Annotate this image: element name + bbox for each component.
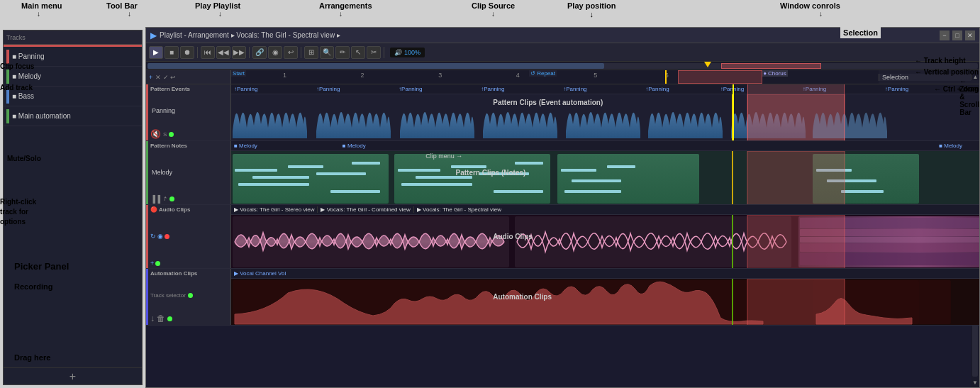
audio-wave-svg — [231, 215, 979, 268]
track-header-pattern-events[interactable]: Pattern Events Panning 🔇 S — [146, 84, 231, 140]
automation-status-dot — [188, 293, 193, 298]
marker-2: 2 — [361, 72, 364, 79]
track-content-pattern-notes[interactable]: ■ Melody ■ Melody ■ Melody — [231, 141, 979, 204]
annotation-play-position-top: Play position ↓ — [567, 1, 616, 18]
audio-waveform-area: Audio Clips — [231, 215, 979, 268]
svg-rect-15 — [479, 172, 529, 175]
track-row-automation: Automation Clips Track selector ↓ 🗑 ▶ Vo… — [146, 269, 979, 326]
toolbar-fast-fwd[interactable]: ▶▶ — [232, 46, 246, 59]
full-layout: Main menu ↓ Tool Bar ↓ Play Playlist ↓ A… — [0, 0, 980, 388]
maximize-button[interactable]: □ — [952, 31, 962, 40]
delete-icon[interactable]: 🗑 — [157, 314, 165, 323]
svg-rect-41 — [747, 279, 845, 325]
track-content-pattern-events[interactable]: ↑Panning ↑Panning ↑Panning ↑Panning ↑Pan… — [231, 84, 979, 140]
pattern-notes-type-label: Pattern Notes — [150, 143, 187, 149]
track-content-audio[interactable]: ▶ Vocals: The Girl - Stereo view ▶ Vocal… — [231, 205, 979, 268]
track-content-automation[interactable]: ▶ Vocal Channel Vol — [231, 269, 979, 325]
track-header-audio[interactable]: 🔴 Audio Clips ↻ ◉ + — [146, 205, 231, 268]
toolbar-pencil[interactable]: ✏ — [335, 46, 350, 59]
annotation-right-click: Right-clicktrack foroptions — [0, 197, 36, 227]
track-color-bar-notes — [146, 141, 148, 204]
svg-rect-7 — [316, 172, 366, 175]
annotation-clip-source: Clip Source — [472, 1, 515, 10]
daw-window: ▶ Playlist - Arrangement ▸ Vocals: The G… — [145, 27, 980, 388]
solo-button-events[interactable]: S — [163, 131, 167, 138]
volume-value: 100% — [404, 49, 421, 56]
pattern-events-name: Panning — [150, 107, 175, 114]
track-header-automation[interactable]: Automation Clips Track selector ↓ 🗑 — [146, 269, 231, 325]
marker-1: 1 — [283, 72, 286, 79]
svg-rect-16 — [494, 190, 543, 193]
pattern-notes-name: Melody — [150, 169, 172, 176]
toolbar-grid[interactable]: ⊞ — [304, 46, 318, 59]
notes-label-row: ■ Melody ■ Melody ■ Melody — [231, 141, 979, 151]
toolbar-fast-back[interactable]: ◀◀ — [216, 46, 230, 59]
track-list-header: Tracks — [4, 31, 142, 45]
chorus-marker: ♦ Chorus — [762, 70, 788, 77]
audio-ctrl-1[interactable]: ↻ — [150, 233, 156, 240]
annotation-arrangements: Arrangements — [319, 1, 372, 10]
zoom-scroll-track — [147, 63, 978, 69]
mute-button-notes[interactable]: ▐▐ — [150, 195, 160, 203]
tracks-area: ▲ ▼ Pattern Events Panning 🔇 S — [146, 84, 979, 387]
toolbar-stop[interactable]: ■ — [165, 46, 179, 59]
panning-label-1: ↑Panning — [231, 84, 260, 94]
marker-3: 3 — [438, 72, 442, 79]
volume-display: 🔊 100% — [390, 48, 425, 57]
toolbar-loop[interactable]: ↩ — [284, 46, 298, 59]
solo-button-notes[interactable]: ↗ — [161, 195, 169, 203]
toolbar-sep-1 — [197, 47, 198, 58]
toolbar-play[interactable]: ▶ — [149, 46, 163, 59]
pattern-events-type-label: Pattern Events — [150, 86, 190, 92]
toolbar-zoom[interactable]: 🔍 — [320, 46, 334, 59]
annotation-clip-focus: Clip focus — [0, 62, 34, 70]
add-track-button[interactable]: + — [4, 367, 142, 384]
svg-rect-12 — [416, 176, 472, 179]
track-selector-btn[interactable]: Track selector — [150, 292, 186, 299]
track-color-bar-automation — [146, 269, 148, 325]
svg-rect-13 — [451, 165, 486, 168]
mute-button-events[interactable]: 🔇 — [150, 129, 161, 139]
svg-rect-21 — [607, 165, 635, 168]
pattern-events-wave-svg — [231, 94, 979, 140]
zoom-scroll-handle[interactable] — [147, 63, 604, 69]
toolbar-link[interactable]: 🔗 — [252, 46, 267, 59]
svg-rect-17 — [515, 162, 543, 165]
zoom-scroll-bar[interactable] — [146, 62, 979, 70]
close-button[interactable]: ✕ — [965, 31, 975, 40]
audio-label-stereo: ▶ Vocals: The Girl - Stereo view — [231, 206, 318, 213]
svg-rect-19 — [561, 169, 596, 172]
automation-controls: Track selector — [150, 292, 193, 299]
audio-ctrl-3[interactable]: + — [150, 260, 154, 267]
marker-4: 4 — [516, 72, 520, 79]
track-row-pattern-events: Pattern Events Panning 🔇 S ↑Panning ↑Pan… — [146, 84, 979, 141]
v-scroll-down[interactable]: ▼ — [971, 378, 979, 387]
start-marker: Start — [231, 70, 246, 77]
top-annotation-bar: Main menu ↓ Tool Bar ↓ Play Playlist ↓ A… — [0, 0, 980, 27]
svg-rect-37 — [747, 215, 845, 268]
track-name-melody: ■ Melody — [12, 72, 41, 80]
audio-ctrl-2[interactable]: ◉ — [157, 233, 163, 240]
notes-wave-svg — [231, 151, 979, 204]
left-annotation-panel: Tracks ■ Panning ■ Melody ■ Bass ■ Main … — [0, 27, 145, 388]
svg-rect-20 — [572, 179, 621, 182]
add-track-icon-small[interactable]: + — [149, 74, 152, 81]
toolbar-skip-back[interactable]: ⏮ — [201, 46, 215, 59]
toolbar-record[interactable]: ⏺ — [180, 46, 194, 59]
annotation-selection-top: Selection — [840, 27, 881, 38]
toolbar-magnet[interactable]: ◉ — [268, 46, 282, 59]
toolbar-select[interactable]: ↖ — [351, 46, 365, 59]
track-header-pattern-notes[interactable]: Pattern Notes Melody ▐▐ ↗ — [146, 141, 231, 204]
automation-type-label: Automation Clips — [150, 270, 197, 277]
annotation-track-height: ← Track height — [915, 55, 979, 67]
annotation-tool-bar: Tool Bar — [106, 1, 138, 10]
track-color-bar-events — [146, 84, 148, 140]
minimize-button[interactable]: − — [940, 31, 950, 40]
toolbar-cut[interactable]: ✂ — [367, 46, 381, 59]
svg-rect-9 — [352, 162, 380, 165]
automation-curve-area: Automation Clips — [231, 279, 979, 325]
marker-5: 5 — [594, 72, 597, 79]
track-item-main-automation[interactable]: ■ Main automation — [4, 106, 142, 126]
annotation-window-controls: Window conrols — [780, 1, 840, 10]
drag-here-icon[interactable]: ↓ — [150, 314, 155, 323]
